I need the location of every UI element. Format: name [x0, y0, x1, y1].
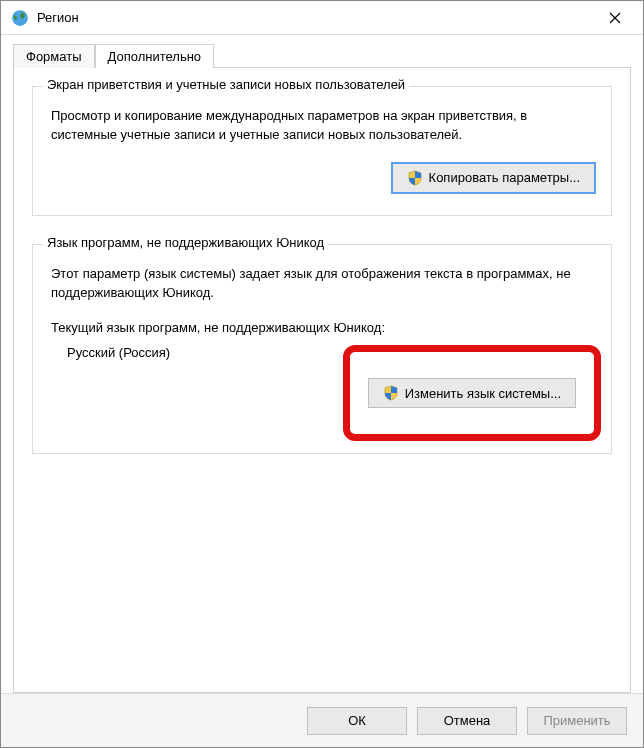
uac-shield-icon — [383, 385, 399, 401]
group-welcome: Экран приветствия и учетные записи новых… — [32, 86, 612, 216]
copy-settings-button[interactable]: Копировать параметры... — [392, 163, 595, 193]
window-title: Регион — [37, 10, 79, 25]
change-system-locale-button[interactable]: Изменить язык системы... — [368, 378, 576, 408]
annotation-highlight: Изменить язык системы... — [343, 345, 601, 441]
group-welcome-desc: Просмотр и копирование международных пар… — [51, 107, 593, 145]
titlebar: Регион — [1, 1, 643, 35]
change-system-locale-label: Изменить язык системы... — [405, 386, 561, 401]
tab-pane-additional: Экран приветствия и учетные записи новых… — [13, 67, 631, 693]
tab-strip: Форматы Дополнительно — [13, 43, 631, 67]
copy-settings-label: Копировать параметры... — [429, 170, 580, 185]
close-button[interactable] — [593, 3, 637, 33]
current-locale-label: Текущий язык программ, не поддерживающих… — [51, 320, 593, 335]
group-nonunicode: Язык программ, не поддерживающих Юникод … — [32, 244, 612, 455]
dialog-content: Форматы Дополнительно Экран приветствия … — [1, 35, 643, 693]
cancel-label: Отмена — [444, 713, 491, 728]
uac-shield-icon — [407, 170, 423, 186]
ok-label: ОК — [348, 713, 366, 728]
apply-button[interactable]: Применить — [527, 707, 627, 735]
tab-additional[interactable]: Дополнительно — [95, 44, 215, 68]
group-nonunicode-title: Язык программ, не поддерживающих Юникод — [43, 235, 328, 250]
apply-label: Применить — [543, 713, 610, 728]
region-dialog: Регион Форматы Дополнительно Экран приве… — [0, 0, 644, 748]
region-globe-icon — [11, 9, 29, 27]
group-nonunicode-desc: Этот параметр (язык системы) задает язык… — [51, 265, 593, 303]
tab-formats[interactable]: Форматы — [13, 44, 95, 68]
dialog-footer: ОК Отмена Применить — [1, 693, 643, 747]
ok-button[interactable]: ОК — [307, 707, 407, 735]
current-locale-value: Русский (Россия) — [67, 345, 170, 360]
group-welcome-title: Экран приветствия и учетные записи новых… — [43, 77, 409, 92]
cancel-button[interactable]: Отмена — [417, 707, 517, 735]
